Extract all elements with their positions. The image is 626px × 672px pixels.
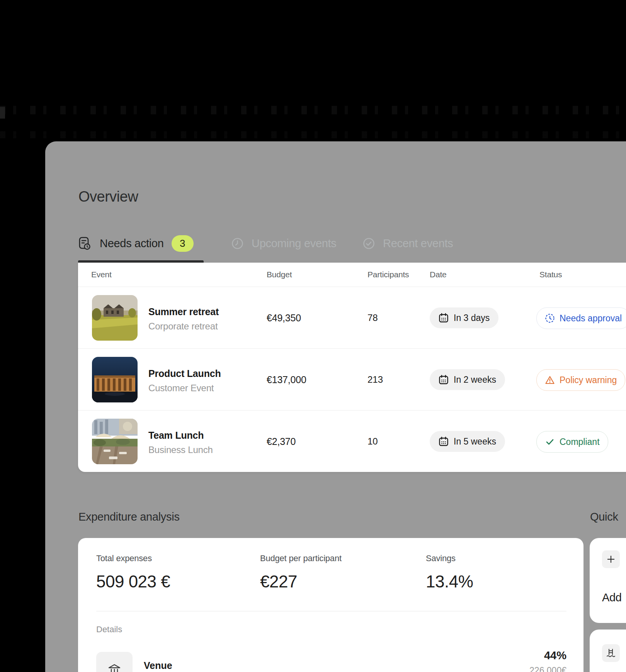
calendar-icon: [439, 436, 449, 447]
column-header-budget: Budget: [267, 270, 292, 279]
event-date-chip: In 3 days: [430, 307, 498, 328]
background-texture: [0, 107, 5, 119]
status-badge-compliant: Compliant: [536, 431, 608, 453]
detail-amount: 226 000€: [529, 665, 566, 672]
tab-label: Recent events: [383, 237, 453, 250]
table-row-team-lunch[interactable]: Team Lunch Business Lunch €2,370 10 In 5…: [78, 411, 626, 472]
tab-label: Needs action: [100, 237, 164, 250]
event-participants: 78: [367, 312, 378, 323]
event-budget: €137,000: [267, 374, 306, 385]
detail-name: Venue: [144, 660, 172, 671]
details-label: Details: [96, 624, 122, 635]
background-texture: [0, 131, 626, 138]
calendar-icon: [439, 375, 449, 385]
detail-percent: 44%: [544, 649, 566, 662]
divider: [96, 611, 566, 611]
stat-value-savings: 13.4%: [426, 572, 473, 591]
event-subtitle: Business Lunch: [148, 445, 213, 455]
page-title: Overview: [78, 188, 138, 205]
event-thumbnail-countryside-manor: [92, 295, 138, 341]
event-budget: €2,370: [267, 436, 296, 447]
column-header-event: Event: [91, 270, 112, 279]
pending-clock-icon: [545, 313, 555, 323]
status-label: Policy warning: [560, 375, 617, 385]
event-thumbnail-night-building: [92, 357, 138, 402]
stat-label-budget-per-participant: Budget per participant: [260, 553, 342, 563]
stat-value-budget-per-participant: €227: [260, 572, 342, 591]
quick-action-add-card[interactable]: Add: [590, 538, 626, 623]
event-date-chip: In 5 weeks: [430, 431, 505, 452]
clock-icon: [231, 237, 244, 250]
stat-label-savings: Savings: [426, 553, 473, 563]
calendar-icon: [439, 313, 449, 323]
event-participants: 213: [367, 374, 383, 385]
pool-ladder-icon-box: [602, 644, 620, 662]
quick-actions-title: Quick: [590, 511, 618, 523]
event-subtitle: Corporate retreat: [148, 321, 219, 332]
quick-action-pool-card[interactable]: [590, 630, 626, 672]
event-subtitle: Customer Event: [148, 383, 221, 394]
pool-ladder-icon: [606, 648, 616, 658]
warning-triangle-icon: [545, 375, 555, 385]
tab-label: Upcoming events: [252, 237, 337, 250]
checkmark-icon: [545, 437, 555, 447]
add-label: Add: [602, 591, 622, 604]
event-thumbnail-terrace-restaurant: [92, 419, 138, 464]
table-header: Event Budget Participants Date Status: [78, 263, 626, 287]
tab-upcoming-events[interactable]: Upcoming events: [231, 233, 337, 253]
status-badge-policy-warning: Policy warning: [536, 369, 625, 391]
event-budget: €49,350: [267, 312, 301, 324]
needs-action-count-badge: 3: [172, 235, 194, 252]
background-texture: [0, 106, 626, 114]
plus-icon: [606, 554, 616, 565]
status-label: Needs approval: [560, 313, 622, 324]
table-row-summer-retreat[interactable]: Summer retreat Corporate retreat €49,350…: [78, 287, 626, 349]
column-header-participants: Participants: [367, 270, 409, 279]
tab-needs-action[interactable]: Needs action 3: [78, 233, 194, 253]
stat-value-total-expenses: 509 023 €: [96, 572, 170, 591]
tab-recent-events[interactable]: Recent events: [362, 233, 453, 253]
detail-row-venue[interactable]: Venue 44% 226 000€: [78, 649, 583, 672]
plus-icon-box: [602, 550, 620, 568]
event-date-chip: In 2 weeks: [430, 369, 505, 390]
venue-building-icon: [107, 662, 122, 672]
event-participants: 10: [367, 436, 378, 447]
stat-label-total-expenses: Total expenses: [96, 553, 170, 563]
document-clock-icon: [78, 236, 91, 250]
status-badge-needs-approval: Needs approval: [536, 307, 626, 329]
event-date: In 5 weeks: [454, 436, 496, 447]
needs-action-table: Event Budget Participants Date Status: [78, 263, 626, 472]
table-row-product-launch[interactable]: Product Launch Customer Event €137,000 2…: [78, 349, 626, 411]
expenditure-analysis-title: Expenditure analysis: [78, 511, 180, 523]
screenshot-canvas: Overview Needs action 3 Upcoming events: [0, 0, 626, 672]
event-title: Summer retreat: [148, 306, 219, 317]
check-circle-icon: [362, 237, 375, 250]
event-title: Product Launch: [148, 368, 221, 379]
event-date: In 2 weeks: [454, 375, 496, 385]
event-date: In 3 days: [454, 313, 490, 323]
venue-icon-box: [96, 652, 133, 672]
expenditure-analysis-card: Total expenses 509 023 € Budget per part…: [78, 538, 583, 672]
column-header-date: Date: [430, 270, 447, 279]
event-title: Team Lunch: [148, 430, 213, 441]
status-label: Compliant: [560, 437, 600, 447]
column-header-status: Status: [539, 270, 562, 279]
